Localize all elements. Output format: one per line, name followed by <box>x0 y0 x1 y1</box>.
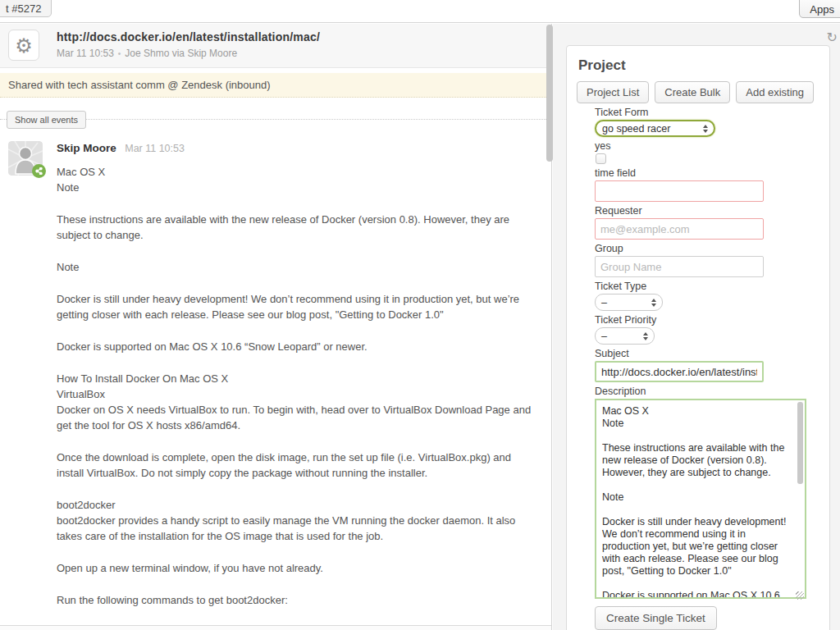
ticket-form-select[interactable]: go speed racer <box>595 120 715 137</box>
apps-button[interactable]: Apps <box>799 0 840 18</box>
shared-badge <box>32 164 46 178</box>
ticket-timestamp: Mar 11 10:53 <box>57 48 114 59</box>
select-arrows-icon <box>703 125 708 133</box>
requester-input[interactable] <box>595 218 764 240</box>
bottom-divider <box>0 625 551 630</box>
comment-paragraph: Open up a new terminal window, if you ha… <box>57 560 539 576</box>
ticket-priority-value: – <box>601 331 607 342</box>
add-existing-button[interactable]: Add existing <box>736 81 814 103</box>
ticket-form-value: go speed racer <box>602 123 670 135</box>
yes-label: yes <box>595 141 819 152</box>
group-input[interactable] <box>595 256 764 277</box>
vertical-scrollbar[interactable] <box>546 25 553 162</box>
comment-body: Mac OS X NoteThese instructions are avai… <box>57 164 539 608</box>
top-bar: t #5272 Apps <box>0 0 840 23</box>
refresh-icon[interactable]: ↻ <box>827 30 838 45</box>
textarea-scrollbar[interactable] <box>797 402 803 484</box>
dot-separator-icon: • <box>114 49 126 58</box>
comment-paragraph: Mac OS X Note <box>57 164 539 195</box>
description-label: Description <box>595 386 819 397</box>
comment-paragraph: Once the download is complete, open the … <box>57 450 539 481</box>
time-field-label: time field <box>595 168 819 179</box>
create-single-ticket-button[interactable]: Create Single Ticket <box>595 606 717 630</box>
ticket-panel: ⚙ http://docs.docker.io/en/latest/instal… <box>0 24 552 630</box>
ticket-meta: Mar 11 10:53•Joe Shmo via Skip Moore <box>57 48 237 59</box>
subject-input[interactable] <box>595 361 764 382</box>
sharing-app-icon-box: ⚙ <box>8 30 39 61</box>
subject-label: Subject <box>595 349 819 359</box>
comment-paragraph: Docker is still under heavy development!… <box>57 291 539 322</box>
comment-timestamp: Mar 11 10:53 <box>125 143 185 154</box>
project-list-button[interactable]: Project List <box>577 81 649 103</box>
ticket-title: http://docs.docker.io/en/latest/installa… <box>57 30 320 43</box>
avatar <box>8 141 43 176</box>
resize-handle-icon[interactable] <box>796 591 804 600</box>
project-form: Ticket Form go speed racer yes time fiel… <box>595 107 819 630</box>
group-label: Group <box>595 244 819 254</box>
ticket-type-value: – <box>601 297 607 308</box>
ticket-via: Joe Shmo via Skip Moore <box>125 48 237 59</box>
project-button-row: Project List Create Bulk Add existing <box>577 81 819 103</box>
share-icon <box>35 167 43 175</box>
gear-icon: ⚙ <box>15 34 33 57</box>
ticket-type-select[interactable]: – <box>595 294 663 311</box>
comment-author: Skip Moore <box>57 142 116 154</box>
shared-banner: Shared with tech assistant comm @ Zendes… <box>0 73 551 98</box>
apps-panel: ↻ Project Project List Create Bulk Add e… <box>553 24 840 630</box>
comment-paragraph: Run the following commands to get boot2d… <box>57 592 539 608</box>
events-row: Show all events <box>0 111 551 129</box>
ticket-form-label: Ticket Form <box>595 107 819 118</box>
comment: Skip Moore Mar 11 10:53 Mac OS X NoteThe… <box>0 139 551 630</box>
ticket-priority-label: Ticket Priority <box>595 315 819 326</box>
comment-paragraph: How To Install Docker On Mac OS X Virtua… <box>57 371 539 433</box>
ticket-priority-select[interactable]: – <box>595 327 655 345</box>
project-app-title: Project <box>578 57 819 74</box>
ticket-type-label: Ticket Type <box>595 281 819 292</box>
description-wrapper: Mac OS X Note These instructions are ava… <box>595 399 806 602</box>
ticket-tab[interactable]: t #5272 <box>0 0 52 17</box>
ticket-header: ⚙ http://docs.docker.io/en/latest/instal… <box>0 24 551 68</box>
show-all-events-button[interactable]: Show all events <box>7 111 86 129</box>
comment-header: Skip Moore Mar 11 10:53 <box>57 139 534 155</box>
select-arrows-icon <box>643 332 648 340</box>
comment-paragraph: Note <box>57 259 539 275</box>
description-textarea[interactable]: Mac OS X Note These instructions are ava… <box>595 399 806 599</box>
select-arrows-icon <box>651 299 656 307</box>
yes-checkbox[interactable] <box>596 153 606 164</box>
comment-paragraph: These instructions are available with th… <box>57 212 539 243</box>
project-app-card: Project Project List Create Bulk Add exi… <box>566 45 830 630</box>
create-bulk-button[interactable]: Create Bulk <box>655 81 730 103</box>
requester-label: Requester <box>595 206 819 217</box>
comment-paragraph: boot2docker boot2docker provides a handy… <box>57 497 539 544</box>
time-field-input[interactable] <box>595 180 764 202</box>
comment-paragraph: Docker is supported on Mac OS X 10.6 “Sn… <box>57 339 539 354</box>
